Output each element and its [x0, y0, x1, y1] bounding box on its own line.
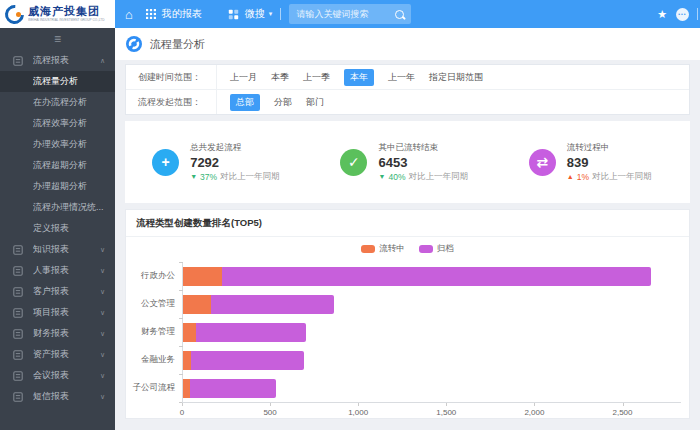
bar-segment-active[interactable]	[183, 351, 191, 370]
wesearch-label[interactable]: 微搜	[245, 7, 265, 21]
sidebar-item[interactable]: 流程效率分析	[0, 113, 115, 134]
sidebar-group[interactable]: 会议报表∨	[0, 365, 115, 386]
sidebar-item[interactable]: 在办流程分析	[0, 92, 115, 113]
chevron-down-icon[interactable]: ▾	[269, 10, 273, 18]
trend-up-icon: ▲	[567, 173, 574, 180]
legend-item[interactable]: 流转中	[361, 243, 405, 255]
bar-segment-archived[interactable]	[222, 267, 651, 286]
sidebar-group[interactable]: 人事报表∨	[0, 260, 115, 281]
filter-option[interactable]: 指定日期范围	[429, 71, 483, 84]
logo-dot	[16, 12, 21, 17]
collapse-menu-icon[interactable]: ≡	[54, 33, 61, 45]
bar-segment-active[interactable]	[183, 323, 196, 342]
stacked-bar[interactable]	[183, 267, 681, 286]
stat-trend: ▼40%对比上一年同期	[378, 171, 474, 183]
check-icon: ✓	[340, 149, 367, 176]
chart-plot: 行政办公公文管理财务管理金融业务子公司流程 05001,0001,5002,00…	[126, 262, 689, 422]
sidebar-item[interactable]: 流程量分析	[0, 71, 115, 92]
wesearch-module-icon[interactable]	[228, 9, 239, 20]
filter-options: 总部分部部门	[230, 94, 324, 111]
sidebar-group[interactable]: 资产报表∨	[0, 344, 115, 365]
star-icon[interactable]: ★	[657, 9, 667, 20]
category-axis-tick	[179, 262, 183, 263]
x-axis-tick-label: 2,500	[612, 408, 632, 417]
stacked-bar[interactable]	[183, 379, 681, 398]
sidebar-item[interactable]: 定义报表	[0, 218, 115, 239]
chart-row: 行政办公	[183, 262, 681, 290]
sidebar-group[interactable]: 客户报表∨	[0, 281, 115, 302]
chevron-down-icon: ∨	[100, 267, 105, 275]
legend-label: 归档	[437, 243, 454, 255]
sidebar-group[interactable]: 财务报表∨	[0, 323, 115, 344]
sidebar-item[interactable]: 流程办理情况统...	[0, 197, 115, 218]
x-axis-tick	[182, 403, 183, 406]
stacked-bar[interactable]	[183, 295, 681, 314]
x-axis-tick-label: 1,500	[436, 408, 456, 417]
search-icon[interactable]	[395, 10, 404, 19]
filter-option[interactable]: 本季	[271, 71, 289, 84]
filter-option[interactable]: 上一季	[303, 71, 330, 84]
report-icon	[13, 308, 23, 318]
legend-swatch	[419, 245, 433, 253]
logo-crescent	[1, 1, 28, 28]
filter-option[interactable]: 总部	[230, 94, 260, 111]
page-title: 流程量分析	[150, 37, 205, 52]
chart-legend: 流转中归档	[126, 244, 689, 254]
filter-option[interactable]: 分部	[274, 96, 292, 109]
trend-percent: 1%	[577, 172, 589, 182]
sidebar-item[interactable]: 流程超期分析	[0, 155, 115, 176]
filter-option[interactable]: 本年	[344, 69, 374, 86]
sidebar-group[interactable]: 短信报表∨	[0, 386, 115, 407]
filter-option[interactable]: 部门	[306, 96, 324, 109]
sidebar-item-label: 流程报表	[33, 54, 69, 67]
chart-title: 流程类型创建数量排名(TOP5)	[126, 210, 689, 237]
sidebar-item[interactable]: 办理效率分析	[0, 134, 115, 155]
stat-trend: ▼37%对比上一年同期	[190, 171, 286, 183]
stat-block: ⇄流转过程中839▲1%对比上一年同期	[502, 142, 690, 183]
sidebar-item-label: 资产报表	[33, 348, 69, 361]
bar-segment-active[interactable]	[183, 295, 211, 314]
search-input[interactable]: 请输入关键词搜索	[289, 4, 411, 24]
chevron-down-icon: ∨	[100, 309, 105, 317]
sidebar-item-label: 在办流程分析	[33, 96, 87, 109]
bar-segment-active[interactable]	[183, 267, 222, 286]
legend-swatch	[361, 245, 375, 253]
nav-my-reports[interactable]: 我的报表	[162, 7, 202, 21]
legend-item[interactable]: 归档	[419, 243, 454, 255]
filter-option[interactable]: 上一月	[230, 71, 257, 84]
bar-segment-archived[interactable]	[196, 323, 306, 342]
chart-panel: 流程类型创建数量排名(TOP5) 流转中归档 行政办公公文管理财务管理金融业务子…	[125, 209, 690, 419]
chart-row: 子公司流程	[183, 374, 681, 402]
stats-panel: +总共发起流程7292▼37%对比上一年同期✓其中已流转结束6453▼40%对比…	[125, 121, 690, 203]
chart-rows: 行政办公公文管理财务管理金融业务子公司流程	[182, 262, 681, 402]
bar-segment-archived[interactable]	[190, 379, 277, 398]
bar-segment-archived[interactable]	[211, 295, 334, 314]
stat-texts: 其中已流转结束6453▼40%对比上一年同期	[378, 142, 474, 183]
stat-value: 839	[567, 156, 663, 169]
stacked-bar[interactable]	[183, 351, 681, 370]
apps-grid-icon[interactable]	[146, 9, 156, 19]
filter-option[interactable]: 上一年	[388, 71, 415, 84]
chevron-down-icon: ∨	[100, 330, 105, 338]
nav-right-divider	[697, 8, 698, 20]
sidebar-group[interactable]: 流程报表∧	[0, 50, 115, 71]
company-name: 威海产投集团	[28, 5, 115, 17]
chevron-down-icon: ∨	[100, 246, 105, 254]
trend-down-icon: ▼	[378, 173, 385, 180]
sidebar-item[interactable]: 办理超期分析	[0, 176, 115, 197]
chevron-down-icon: ∨	[100, 351, 105, 359]
bar-segment-active[interactable]	[183, 379, 190, 398]
stacked-bar[interactable]	[183, 323, 681, 342]
home-icon[interactable]: ⌂	[125, 8, 133, 21]
sidebar: ≡ 流程报表∧流程量分析在办流程分析流程效率分析办理效率分析流程超期分析办理超期…	[0, 28, 115, 430]
bar-segment-archived[interactable]	[191, 351, 304, 370]
company-subtitle: WEIHAI INDUSTRIAL INVESTMENT GROUP CO.,L…	[28, 18, 115, 21]
sidebar-group[interactable]: 项目报表∨	[0, 302, 115, 323]
chart-x-axis: 05001,0001,5002,0002,500	[182, 402, 681, 423]
top-bar: 威海产投集团 WEIHAI INDUSTRIAL INVESTMENT GROU…	[0, 0, 700, 28]
sidebar-group[interactable]: 知识报表∨	[0, 239, 115, 260]
chevron-down-icon: ∨	[100, 393, 105, 401]
x-axis-tick	[358, 403, 359, 406]
more-icon[interactable]: •••	[676, 8, 689, 21]
report-icon	[13, 329, 23, 339]
